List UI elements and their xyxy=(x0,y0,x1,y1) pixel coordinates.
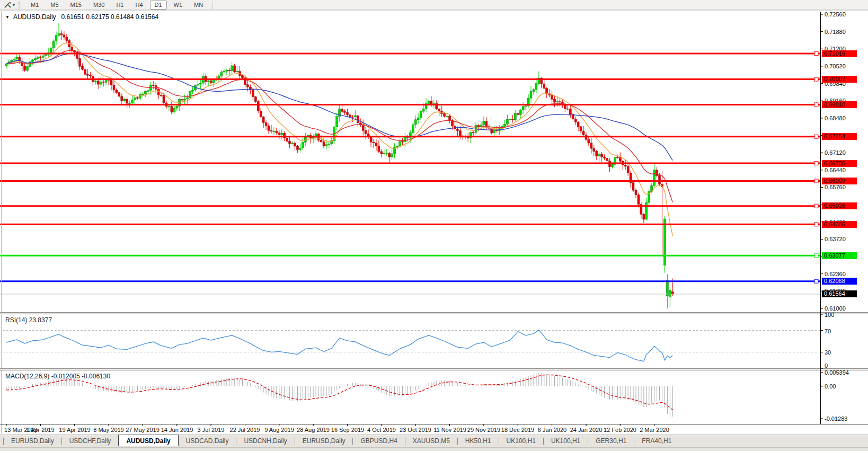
level-price-label: 0.66009 xyxy=(822,178,857,184)
chart-tab-eurusd-daily[interactable]: EURUSD,Daily xyxy=(4,435,61,447)
chart-tab-audusd-daily[interactable]: AUDUSD,Daily xyxy=(118,435,178,446)
macd-indicator-label: MACD(12,26,9) -0.012005 -0.006130 xyxy=(5,373,110,380)
macd-axis-tick: -0.01283 xyxy=(825,415,847,422)
chart-tab-usdchf-daily[interactable]: USDCHF,Daily xyxy=(62,435,119,447)
price-axis-tick: 0.70520 xyxy=(825,63,846,69)
rsi-axis-tick: 100 xyxy=(825,312,834,318)
rsi-axis-tick: 30 xyxy=(825,349,831,356)
chart-tab-gbpusd-h4[interactable]: GBPUSD,H4 xyxy=(353,435,404,447)
toolbar-grip-handle[interactable] xyxy=(19,2,22,8)
level-price-label: 0.66706 xyxy=(822,160,857,167)
toolbar-separator xyxy=(212,1,213,9)
chart-title: ▼AUDUSD,Daily0.61651 0.62175 0.61484 0.6… xyxy=(5,13,158,21)
timeframe-button-mn[interactable]: MN xyxy=(189,1,208,10)
level-price-label: 0.65026 xyxy=(822,202,857,209)
rsi-axis-tick: 70 xyxy=(825,328,831,334)
price-axis-tick: 0.66440 xyxy=(825,167,846,173)
chart-ohlc-values: 0.61651 0.62175 0.61484 0.61564 xyxy=(61,13,159,21)
macd-axis-tick: 0.00 xyxy=(825,383,836,390)
collapse-triangle-icon[interactable]: ▼ xyxy=(5,15,10,20)
level-price-label: 0.64306 xyxy=(822,221,857,228)
price-axis-tick: 0.61000 xyxy=(825,305,846,312)
chart-tab-bar: EURUSD,DailyUSDCHF,DailyAUDUSD,DailyUSDC… xyxy=(0,435,868,447)
level-price-label: 0.70007 xyxy=(822,76,857,83)
current-price-label: 0.61564 xyxy=(822,290,857,297)
mt4-application: ▾ M1M5M15M30H1H4D1W1MN ▼AUDUSD,Daily0.61… xyxy=(0,0,868,451)
level-price-label: 0.62068 xyxy=(822,278,857,285)
status-bar xyxy=(0,447,868,451)
chart-tab-uk100-h1[interactable]: UK100,H1 xyxy=(544,435,588,447)
price-axis-tick: 0.63720 xyxy=(825,236,846,242)
level-price-label: 0.63077 xyxy=(822,252,857,259)
timeframe-button-h1[interactable]: H1 xyxy=(111,1,128,10)
level-price-label: 0.67754 xyxy=(822,133,857,140)
price-axis-tick: 0.72560 xyxy=(825,11,846,17)
chart-tab-uk100-h1[interactable]: UK100,H1 xyxy=(499,435,543,447)
timeframe-button-m15[interactable]: M15 xyxy=(66,1,86,10)
price-axis-tick: 0.68480 xyxy=(825,115,846,121)
timeframe-button-w1[interactable]: W1 xyxy=(169,1,188,10)
chart-tab-usdcnh-daily[interactable]: USDCNH,Daily xyxy=(236,435,294,447)
rsi-indicator-label: RSI(14) 23.8377 xyxy=(5,316,52,324)
dropdown-caret-icon[interactable]: ▾ xyxy=(13,3,15,7)
level-price-label: 0.69010 xyxy=(822,101,857,108)
date-axis-tick: 2 Mar 2020 xyxy=(634,427,675,433)
timeframe-button-m1[interactable]: M1 xyxy=(26,1,43,10)
timeframe-button-d1[interactable]: D1 xyxy=(150,1,167,10)
price-axis-tick: 0.71880 xyxy=(825,29,846,35)
level-price-label: 0.71016 xyxy=(822,50,857,57)
price-axis-tick: 0.67120 xyxy=(825,149,846,156)
price-axis-tick: 0.65760 xyxy=(825,184,846,190)
chart-tab-hk50-h1[interactable]: HK50,H1 xyxy=(458,435,499,447)
chart-tab-ger30-h1[interactable]: GER30,H1 xyxy=(588,435,634,447)
timeframe-button-h4[interactable]: H4 xyxy=(130,1,147,10)
timeframe-button-m30[interactable]: M30 xyxy=(88,1,109,10)
price-axis-tick: 0.62360 xyxy=(825,271,846,277)
chart-tab-usdcad-daily[interactable]: USDCAD,Daily xyxy=(179,435,236,447)
chart-symbol-label: AUDUSD,Daily xyxy=(13,13,56,21)
timeframe-toolbar: ▾ M1M5M15M30H1H4D1W1MN xyxy=(0,0,868,10)
chart-canvas[interactable] xyxy=(0,0,868,451)
macd-axis-tick: 0.005394 xyxy=(825,369,849,376)
timeframe-button-m5[interactable]: M5 xyxy=(46,1,63,10)
chart-tab-eurusd-daily[interactable]: EURUSD,Daily xyxy=(295,435,353,447)
chart-tab-fra40-h1[interactable]: FRA40,H1 xyxy=(634,435,679,447)
chart-tab-xauusd-m5[interactable]: XAUUSD,M5 xyxy=(405,435,457,447)
line-draw-icon[interactable] xyxy=(3,1,12,9)
rsi-axis-tick: 0 xyxy=(825,362,828,369)
